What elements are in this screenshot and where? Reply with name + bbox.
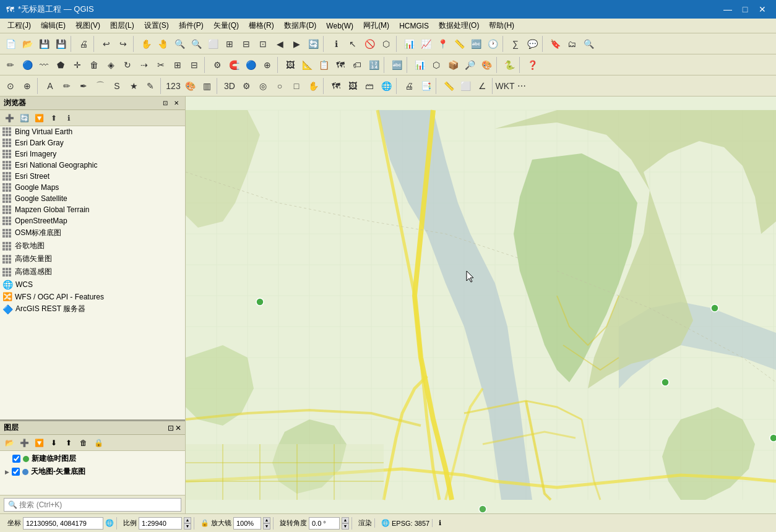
- menu-plugins[interactable]: 插件(P): [174, 19, 209, 32]
- browser-item-osm[interactable]: OpenStreetMap: [0, 215, 185, 226]
- 3d-btn[interactable]: 3D: [222, 78, 238, 94]
- search-btn2[interactable]: 🔍: [580, 36, 597, 52]
- circle-btn[interactable]: ○: [272, 78, 288, 94]
- search-input[interactable]: [4, 498, 181, 512]
- print-btn[interactable]: 🖨: [75, 36, 92, 52]
- wkt-btn[interactable]: WKT: [497, 78, 513, 94]
- add-table-btn[interactable]: 📋: [316, 57, 332, 73]
- rect-btn[interactable]: □: [288, 78, 304, 94]
- menu-vector[interactable]: 矢量(Q): [209, 19, 244, 32]
- scale-up-btn[interactable]: ▲: [184, 517, 191, 523]
- locate-btn[interactable]: 📍: [434, 36, 451, 52]
- show-bookmarks-btn[interactable]: 🗂: [564, 36, 580, 52]
- browser-item-gaode-sat[interactable]: 高德遥感图: [0, 265, 185, 278]
- wkt2-btn[interactable]: ⋯: [514, 78, 530, 94]
- open-project-btn[interactable]: 📂: [19, 36, 35, 52]
- browser-item-arcgis[interactable]: 🔷 ArcGIS REST 服务器: [0, 302, 185, 315]
- add-vector-btn[interactable]: 🗺: [328, 78, 344, 94]
- rotate-feature-btn[interactable]: ↻: [119, 57, 136, 73]
- layers-add-btn[interactable]: ➕: [17, 437, 31, 449]
- split-btn[interactable]: ⊞: [170, 57, 186, 73]
- diagram-btn[interactable]: 📊: [412, 57, 428, 73]
- close-button[interactable]: ✕: [755, 3, 770, 15]
- rotate-up-btn[interactable]: ▲: [342, 517, 349, 523]
- digitize-config-btn[interactable]: ⚙: [209, 57, 225, 73]
- browser-info-btn[interactable]: ℹ: [62, 112, 75, 124]
- statistic-btn[interactable]: 📈: [418, 36, 434, 52]
- browser-item-mapzen[interactable]: Mapzen Global Terrain: [0, 204, 185, 215]
- angle-btn[interactable]: ∠: [474, 78, 490, 94]
- zoom-selection-btn[interactable]: ⊡: [255, 36, 271, 52]
- layers-lock-btn[interactable]: 🔒: [92, 437, 105, 449]
- zoom-in-btn[interactable]: 🔍: [171, 36, 188, 52]
- open-attr-btn[interactable]: 📊: [401, 36, 417, 52]
- layers-collapse2-btn[interactable]: ⬆: [62, 437, 75, 449]
- vertex-editor-btn[interactable]: ◈: [103, 57, 119, 73]
- map-tips-btn[interactable]: 💬: [524, 36, 540, 52]
- layer-checkbox-temp[interactable]: [12, 455, 20, 463]
- browser-add-btn[interactable]: ➕: [2, 112, 16, 124]
- zoom-layer-btn[interactable]: ⊟: [238, 36, 254, 52]
- rotate-down-btn[interactable]: ▼: [342, 523, 349, 530]
- layers-open-btn[interactable]: 📂: [2, 437, 16, 449]
- menu-view[interactable]: 视图(V): [71, 19, 105, 32]
- refresh-btn[interactable]: 🔄: [305, 36, 321, 52]
- menu-web[interactable]: Web(W): [321, 20, 358, 32]
- zoom-down-btn[interactable]: ▼: [263, 523, 270, 530]
- zoom-prev-btn[interactable]: ◀: [272, 36, 288, 52]
- scale-down-btn[interactable]: ▼: [184, 523, 191, 530]
- menu-help[interactable]: 帮助(H): [484, 19, 519, 32]
- snapping-btn[interactable]: 🧲: [226, 57, 242, 73]
- new-project-btn[interactable]: 📄: [2, 36, 19, 52]
- topology2-btn[interactable]: ⬡: [428, 57, 444, 73]
- curve-btn[interactable]: ⌒: [92, 78, 108, 94]
- snap2-btn[interactable]: ⚙: [238, 78, 254, 94]
- add-georef-btn[interactable]: 🗺: [332, 57, 348, 73]
- delete-feature-btn[interactable]: 🗑: [86, 57, 102, 73]
- new-bookmark-btn[interactable]: 🔖: [547, 36, 563, 52]
- zoom-input[interactable]: [233, 517, 261, 530]
- add-geom-btn[interactable]: 📐: [299, 57, 315, 73]
- pan-btn[interactable]: ✋: [138, 36, 154, 52]
- gps-btn[interactable]: ⊕: [19, 78, 35, 94]
- browser-item-gaode-map[interactable]: 谷歌地图: [0, 239, 185, 252]
- add-point-btn[interactable]: 🔵: [19, 57, 35, 73]
- area-btn[interactable]: ⬜: [457, 78, 473, 94]
- maximize-button[interactable]: □: [738, 3, 752, 15]
- help-btn[interactable]: ❓: [524, 57, 540, 73]
- offset-btn[interactable]: ⇢: [136, 57, 152, 73]
- save-project-btn[interactable]: 💾: [36, 36, 52, 52]
- pan-map-btn[interactable]: 🤚: [155, 36, 171, 52]
- add-label-btn[interactable]: 🏷: [349, 57, 365, 73]
- zoom-full-btn[interactable]: ⊞: [222, 36, 238, 52]
- undo-btn[interactable]: ↩: [98, 36, 114, 52]
- browser-item-wcs[interactable]: 🌐 WCS: [0, 278, 185, 291]
- hand-btn[interactable]: ✋: [305, 78, 321, 94]
- scale-input[interactable]: [139, 517, 182, 530]
- add-raster-btn[interactable]: 🖼: [345, 78, 361, 94]
- layers-remove-btn[interactable]: 🗑: [77, 437, 90, 449]
- add-line-btn[interactable]: 〰: [36, 57, 52, 73]
- draw-btn[interactable]: ✏: [59, 78, 75, 94]
- map-area[interactable]: [186, 97, 776, 513]
- menu-raster[interactable]: 栅格(R): [244, 19, 279, 32]
- draw2-btn[interactable]: ✒: [75, 78, 92, 94]
- star-btn[interactable]: ★: [126, 78, 142, 94]
- layers-expand-btn[interactable]: ⬇: [47, 437, 61, 449]
- menu-database[interactable]: 数据库(D): [279, 19, 322, 32]
- rotate-input[interactable]: [309, 517, 340, 530]
- print2-btn[interactable]: 🖨: [401, 78, 417, 94]
- browser-item-osm-std[interactable]: OSM标准底图: [0, 226, 185, 239]
- crs-item[interactable]: 🌐 EPSG: 3857: [379, 519, 433, 527]
- browser-collapse-btn[interactable]: ⬆: [47, 112, 61, 124]
- layer-order-btn[interactable]: 📦: [445, 57, 461, 73]
- bezier-btn[interactable]: S: [109, 78, 125, 94]
- layer-item-tiandi[interactable]: ▶ 天地图-矢量底图: [0, 465, 185, 478]
- browser-item-esri-dark[interactable]: Esri Dark Gray: [0, 137, 185, 148]
- select-poly-btn[interactable]: ⬡: [378, 36, 394, 52]
- browser-filter-btn[interactable]: 🔽: [32, 112, 46, 124]
- pattern-btn[interactable]: ▥: [199, 78, 215, 94]
- calculator-btn[interactable]: ∑: [507, 36, 524, 52]
- browser-item-esri-street[interactable]: Esri Street: [0, 171, 185, 182]
- target-btn[interactable]: ⊙: [2, 78, 19, 94]
